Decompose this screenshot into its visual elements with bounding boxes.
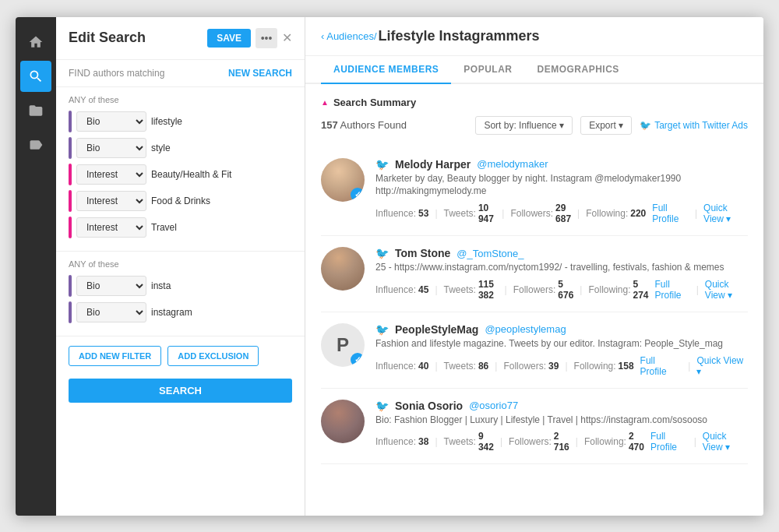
export-label: Export ▾ — [589, 120, 623, 131]
author-name: Melody Harper — [395, 158, 471, 171]
find-row: FIND authors matching NEW SEARCH — [56, 60, 305, 87]
more-options-button[interactable]: ••• — [256, 28, 277, 48]
full-profile-link[interactable]: Full Profile — [655, 279, 690, 301]
sidebar-search-icon[interactable] — [20, 61, 51, 92]
quick-view-button[interactable]: Quick View ▾ — [703, 203, 748, 224]
tweets-stat: Tweets: 10 947 — [444, 203, 496, 224]
filter-group-2: ANY of these Bio insta Bio instagram — [56, 252, 305, 336]
quick-view-button[interactable]: Quick View ▾ — [696, 355, 748, 377]
filter-row: Interest Food & Drinks — [69, 190, 292, 212]
verified-badge: ✓ — [351, 188, 365, 202]
sort-button[interactable]: Sort by: Influence ▾ — [475, 116, 573, 135]
new-search-link[interactable]: NEW SEARCH — [228, 68, 292, 79]
author-bio: 25 - https://www.instagram.com/nyctom199… — [375, 261, 748, 274]
quick-view-button[interactable]: Quick View ▾ — [705, 279, 748, 301]
filter-type-select[interactable]: Bio — [76, 302, 146, 322]
filter-value: Travel — [151, 222, 292, 233]
filter-value: insta — [151, 280, 292, 291]
author-card: P ✓ 🐦 PeopleStyleMag @peoplestylemag Fas… — [321, 312, 748, 389]
author-handle: @peoplestylemag — [485, 323, 566, 335]
author-info: 🐦 Tom Stone @_TomStone_ 25 - https://www… — [375, 247, 748, 301]
results-count: 157 Authors Found — [321, 119, 407, 131]
followers-stat: Followers: 39 — [503, 361, 559, 372]
filter-type-select[interactable]: Interest — [76, 164, 146, 185]
followers-stat: Followers: 5 676 — [513, 279, 574, 301]
filter-row: Interest Travel — [69, 217, 292, 238]
twitter-icon: 🐦 — [375, 158, 389, 171]
add-exclusion-button[interactable]: ADD EXCLUSION — [167, 346, 259, 366]
filter-value: style — [151, 143, 292, 153]
filter-color-bar — [69, 190, 72, 212]
full-profile-link[interactable]: Full Profile — [652, 203, 689, 224]
search-button[interactable]: SEARCH — [69, 379, 292, 403]
author-handle: @melodymaker — [477, 158, 548, 170]
export-button[interactable]: Export ▾ — [580, 116, 632, 135]
avatar — [321, 400, 365, 443]
filter-type-select[interactable]: Bio — [76, 111, 146, 132]
twitter-icon: 🐦 — [375, 400, 389, 412]
tab-demographics[interactable]: DEMOGRAPHICS — [525, 56, 632, 84]
tweets-stat: Tweets: 86 — [444, 361, 489, 372]
author-stats: Influence: 53 | Tweets: 10 947 | Followe… — [375, 203, 748, 224]
author-name-row: 🐦 Tom Stone @_TomStone_ — [375, 247, 748, 259]
quick-view-button[interactable]: Quick View ▾ — [703, 431, 748, 453]
filter-color-bar — [69, 217, 72, 238]
filter-color-bar — [69, 301, 72, 323]
main-content: ‹ Audiences/ Lifestyle Instagrammers AUD… — [305, 17, 763, 516]
influence-stat: Influence: 40 — [375, 361, 428, 372]
filter-group-1: ANY of these Bio lifestyle Bio style Int… — [56, 87, 305, 252]
filter-type-select[interactable]: Bio — [76, 276, 146, 296]
close-button[interactable]: ✕ — [282, 30, 292, 45]
author-info: 🐦 PeopleStyleMag @peoplestylemag Fashion… — [375, 323, 748, 377]
author-name: Sonia Osorio — [395, 400, 463, 412]
sidebar-folder-icon[interactable] — [20, 95, 51, 126]
following-stat: Following: 2 470 — [584, 431, 644, 453]
author-name: Tom Stone — [395, 247, 450, 259]
author-handle: @_TomStone_ — [456, 248, 523, 259]
sidebar — [16, 17, 56, 516]
add-filter-button[interactable]: ADD NEW FILTER — [69, 346, 161, 366]
twitter-icon: 🐦 — [375, 323, 389, 336]
filter-row: Bio instagram — [69, 301, 292, 323]
filter-color-bar — [69, 275, 72, 297]
filter-row: Bio lifestyle — [69, 111, 292, 132]
filter-row: Bio style — [69, 137, 292, 159]
search-summary-title: Search Summary — [333, 97, 416, 108]
filter-value: Beauty/Health & Fit — [151, 169, 292, 180]
twitter-bird-icon: 🐦 — [640, 120, 651, 131]
author-name: PeopleStyleMag — [395, 323, 478, 336]
tab-audience-members[interactable]: AUDIENCE MEMBERS — [321, 56, 451, 84]
following-stat: Following: 220 — [586, 208, 646, 219]
followers-stat: Followers: 29 687 — [510, 203, 571, 224]
filter-color-bar — [69, 111, 72, 132]
twitter-target-button[interactable]: 🐦 Target with Twitter Ads — [640, 120, 748, 131]
influence-stat: Influence: 38 — [375, 436, 428, 447]
breadcrumb-back[interactable]: ‹ Audiences/ — [321, 30, 377, 42]
influence-stat: Influence: 53 — [375, 208, 428, 219]
author-card: ✓ 🐦 Melody Harper @melodymaker Marketer … — [321, 147, 748, 237]
any-label-1: ANY of these — [69, 95, 292, 104]
tab-popular[interactable]: POPULAR — [451, 56, 524, 84]
full-profile-link[interactable]: Full Profile — [650, 431, 688, 453]
filter-type-select[interactable]: Interest — [76, 191, 146, 211]
left-panel: Edit Search SAVE ••• ✕ FIND authors matc… — [56, 17, 305, 516]
filter-type-select[interactable]: Interest — [76, 217, 146, 238]
full-profile-link[interactable]: Full Profile — [640, 355, 682, 377]
author-stats: Influence: 45 | Tweets: 115 382 | Follow… — [375, 279, 748, 301]
sidebar-home-icon[interactable] — [20, 26, 51, 58]
author-handle: @osorio77 — [469, 400, 518, 411]
filter-row: Bio insta — [69, 275, 292, 297]
following-stat: Following: 5 274 — [588, 279, 648, 301]
filter-type-select[interactable]: Bio — [76, 138, 146, 158]
tweets-stat: Tweets: 9 342 — [444, 431, 494, 453]
any-label-2: ANY of these — [69, 259, 292, 269]
author-card: 🐦 Tom Stone @_TomStone_ 25 - https://www… — [321, 236, 748, 312]
breadcrumb: ‹ Audiences/ Lifestyle Instagrammers — [305, 17, 763, 56]
save-button[interactable]: SAVE — [207, 29, 251, 48]
triangle-icon: ▲ — [321, 98, 329, 107]
results-number: 157 — [321, 119, 338, 131]
author-info: 🐦 Melody Harper @melodymaker Marketer by… — [375, 158, 748, 225]
following-stat: Following: 158 — [574, 361, 634, 372]
sidebar-tag-icon[interactable] — [20, 129, 51, 160]
filter-value: lifestyle — [151, 116, 292, 127]
